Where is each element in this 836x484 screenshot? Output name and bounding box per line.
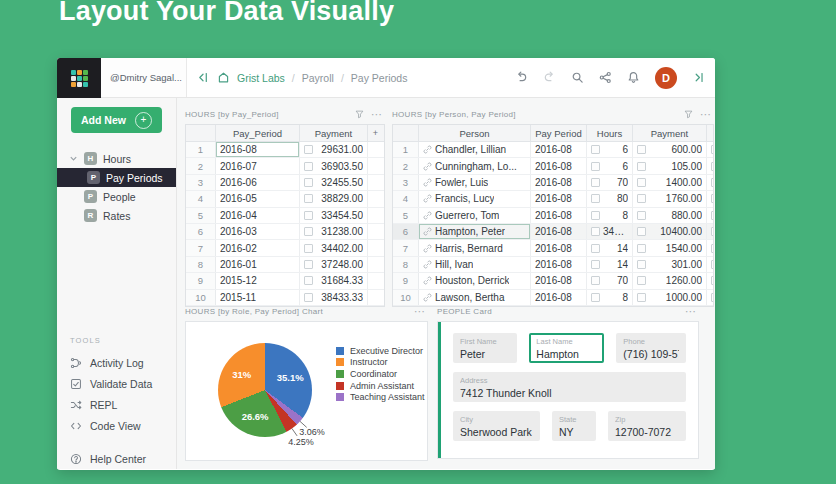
cell-payment[interactable]: 10400.00	[633, 224, 707, 239]
pie-chart[interactable]	[218, 343, 312, 437]
table-row[interactable]: 92015-1231684.33	[186, 273, 384, 289]
checkbox-icon[interactable]	[591, 178, 600, 187]
table-row[interactable]: 52016-0433454.50	[186, 208, 384, 224]
section-menu-icon[interactable]: ⋯	[414, 307, 426, 315]
cell-person[interactable]: Houston, Derrick	[419, 273, 531, 288]
cell-hours[interactable]: 8	[587, 208, 633, 223]
checkbox-icon[interactable]	[711, 293, 714, 302]
tool-activity-log[interactable]: Activity Log	[57, 352, 176, 373]
table-row[interactable]: 22016-0736903.50	[186, 158, 384, 174]
checkbox-icon[interactable]	[304, 162, 313, 171]
checkbox-icon[interactable]	[591, 145, 600, 154]
checkbox-icon[interactable]	[637, 145, 646, 154]
cell-person[interactable]: Chandler, Lillian	[419, 142, 531, 157]
cell-payment[interactable]: 1260.00	[633, 273, 707, 288]
help-center-link[interactable]: Help Center	[57, 448, 176, 469]
table-row[interactable]: 12016-0829631.00	[186, 142, 384, 158]
cell-dates[interactable]: 8/7, 8/1	[707, 257, 714, 272]
checkbox-icon[interactable]	[711, 194, 714, 203]
row-number[interactable]: 6	[186, 224, 216, 239]
share-icon[interactable]	[599, 71, 612, 84]
row-number[interactable]: 1	[186, 142, 216, 157]
sidebar-item-hours[interactable]: H Hours	[57, 149, 176, 168]
cell-payment[interactable]: 36903.50	[300, 158, 368, 173]
cell-person[interactable]: Cunningham, Lo...	[419, 158, 531, 173]
cell-period[interactable]: 2016-02	[216, 240, 300, 255]
checkbox-icon[interactable]	[637, 227, 646, 236]
cell-dates[interactable]: 8/7, 8/1	[707, 290, 714, 305]
table-row[interactable]: 6Hampton, Peter2016-08346.6710400.008/1-…	[393, 224, 714, 240]
cell-payment[interactable]: 1760.00	[633, 191, 707, 206]
cell-period[interactable]: 2016-08	[531, 273, 587, 288]
cell-period[interactable]: 2016-04	[216, 208, 300, 223]
field-state[interactable]: State NY	[552, 411, 596, 441]
checkbox-icon[interactable]	[711, 244, 714, 253]
cell-payment[interactable]: 105.00	[633, 158, 707, 173]
cell-person[interactable]: Harris, Bernard	[419, 240, 531, 255]
tool-repl[interactable]: REPL	[57, 394, 176, 415]
sidebar-item-people[interactable]: P People	[57, 187, 176, 206]
search-icon[interactable]	[571, 71, 584, 84]
checkbox-icon[interactable]	[304, 194, 313, 203]
cell-period[interactable]: 2016-01	[216, 257, 300, 272]
checkbox-icon[interactable]	[304, 211, 313, 220]
field-first-name[interactable]: First Name Peter	[453, 333, 517, 363]
legend-item[interactable]: Coordinator	[336, 368, 425, 380]
cell-dates[interactable]: 8/14	[707, 142, 714, 157]
checkbox-icon[interactable]	[711, 211, 714, 220]
checkbox-icon[interactable]	[591, 227, 600, 236]
cell-hours[interactable]: 8	[587, 290, 633, 305]
row-number[interactable]: 4	[393, 191, 419, 206]
cell-payment[interactable]: 37248.00	[300, 257, 368, 272]
filter-icon[interactable]	[684, 110, 693, 119]
row-number[interactable]: 10	[393, 290, 419, 305]
table-row[interactable]: 72016-0234402.00	[186, 240, 384, 256]
field-city[interactable]: City Sherwood Park	[453, 411, 540, 441]
section-menu-icon[interactable]: ⋯	[700, 110, 712, 118]
checkbox-icon[interactable]	[304, 260, 313, 269]
cell-payment[interactable]: 38829.00	[300, 191, 368, 206]
cell-period[interactable]: 2016-08	[531, 240, 587, 255]
table-row[interactable]: 9Houston, Derrick2016-08701260.008/1-8/3…	[393, 273, 714, 289]
row-number[interactable]: 8	[186, 257, 216, 272]
cell-payment[interactable]: 1000.00	[633, 290, 707, 305]
table-row[interactable]: 82016-0137248.00	[186, 257, 384, 273]
chevron-down-icon[interactable]	[69, 154, 78, 163]
cell-dates[interactable]: 8/7, 8/1	[707, 240, 714, 255]
checkbox-icon[interactable]	[591, 293, 600, 302]
checkbox-icon[interactable]	[637, 211, 646, 220]
row-number[interactable]: 1	[393, 142, 419, 157]
sidebar-item-pay-periods[interactable]: P Pay Periods	[57, 168, 176, 187]
cell-period[interactable]: 2016-08	[531, 224, 587, 239]
table-row[interactable]: 8Hill, Ivan2016-0814301.008/7, 8/1	[393, 257, 714, 273]
row-number[interactable]: 5	[186, 208, 216, 223]
cell-payment[interactable]: 1540.00	[633, 240, 707, 255]
checkbox-icon[interactable]	[637, 293, 646, 302]
checkbox-icon[interactable]	[591, 194, 600, 203]
checkbox-icon[interactable]	[711, 227, 714, 236]
add-new-button[interactable]: Add New +	[71, 107, 162, 133]
field-last-name[interactable]: Last Name Hampton	[529, 333, 604, 363]
breadcrumb-page[interactable]: Pay Periods	[351, 72, 408, 84]
cell-period[interactable]: 2016-03	[216, 224, 300, 239]
cell-dates[interactable]: 8/1-8/31	[707, 273, 714, 288]
cell-hours[interactable]: 6	[587, 158, 633, 173]
cell-hours[interactable]: 6	[587, 142, 633, 157]
field-phone[interactable]: Phone (716) 109-5712	[616, 333, 686, 363]
legend-item[interactable]: Executive Director	[336, 345, 425, 357]
checkbox-icon[interactable]	[637, 178, 646, 187]
cell-hours[interactable]: 70	[587, 273, 633, 288]
breadcrumb-org[interactable]: Grist Labs	[237, 72, 285, 84]
column-header-payment[interactable]: Payment	[633, 125, 707, 141]
column-header-person[interactable]: Person	[419, 125, 531, 141]
cell-payment[interactable]: 31238.00	[300, 224, 368, 239]
checkbox-icon[interactable]	[711, 276, 714, 285]
row-number[interactable]: 7	[186, 240, 216, 255]
checkbox-icon[interactable]	[304, 178, 313, 187]
legend-item[interactable]: Teaching Assistant	[336, 391, 425, 403]
table-row[interactable]: 102015-1138433.33	[186, 290, 384, 306]
checkbox-icon[interactable]	[591, 244, 600, 253]
column-header-hours[interactable]: Hours	[587, 125, 633, 141]
table-row[interactable]: 42016-0538829.00	[186, 191, 384, 207]
column-header-dates[interactable]: D	[707, 125, 714, 141]
